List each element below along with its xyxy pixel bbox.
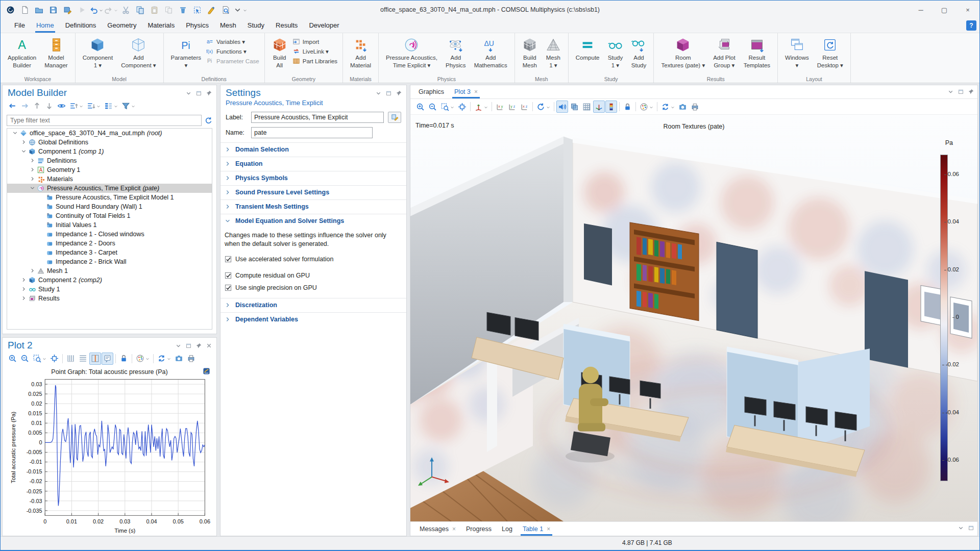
open-file-button[interactable] bbox=[32, 3, 45, 16]
ribbon-parameter-case-button[interactable]: PiParameter Case bbox=[206, 57, 259, 65]
tab-plot-3[interactable]: Plot 3× bbox=[449, 85, 483, 98]
ribbon-pressure-acoustics-button[interactable]: Pressure Acoustics,Time Explicit ▾ bbox=[382, 36, 442, 71]
grid-button[interactable] bbox=[581, 101, 593, 113]
label-field-input[interactable] bbox=[251, 112, 384, 123]
name-field-input[interactable] bbox=[251, 127, 373, 138]
menu-geometry[interactable]: Geometry bbox=[102, 19, 142, 33]
delete-button[interactable] bbox=[176, 3, 189, 16]
orientation-button[interactable] bbox=[593, 101, 605, 113]
grid-y-button[interactable] bbox=[77, 353, 89, 365]
show-button[interactable] bbox=[56, 100, 67, 112]
float-button[interactable] bbox=[958, 88, 964, 95]
section-domain[interactable]: Domain Selection bbox=[220, 142, 406, 157]
ribbon-component-cube-button[interactable]: Component1 ▾ bbox=[79, 36, 117, 71]
ribbon-application-builder-button[interactable]: AApplicationBuilder bbox=[4, 36, 40, 71]
tree-item[interactable]: Study 1 bbox=[7, 285, 212, 294]
section-model_eq[interactable]: Model Equation and Solver Settings bbox=[220, 214, 406, 228]
tree-item[interactable]: AGeometry 1 bbox=[7, 165, 212, 174]
menu-developer[interactable]: Developer bbox=[303, 19, 345, 33]
zoom-box-button[interactable] bbox=[439, 101, 456, 113]
chevron-button[interactable] bbox=[375, 90, 382, 96]
lock-button[interactable] bbox=[622, 101, 633, 113]
tree-expander[interactable] bbox=[20, 139, 28, 145]
tree-expander[interactable] bbox=[29, 167, 36, 172]
node-view-button[interactable] bbox=[103, 100, 119, 112]
close-button[interactable]: × bbox=[956, 1, 979, 19]
move-up-button[interactable] bbox=[31, 100, 43, 112]
zoom-out-button[interactable] bbox=[19, 353, 31, 365]
theme-button[interactable] bbox=[134, 353, 151, 365]
ribbon-add-study-button[interactable]: AddStudy bbox=[627, 36, 650, 71]
tree-item[interactable]: Impedance 2 - Doors bbox=[7, 239, 212, 248]
ribbon-add-material-button[interactable]: AddMaterial bbox=[346, 36, 375, 71]
ribbon-result-templates-button[interactable]: ResultTemplates bbox=[740, 36, 774, 71]
camera-button[interactable] bbox=[173, 353, 185, 365]
pin-button[interactable] bbox=[968, 88, 974, 95]
tree-item[interactable]: Impedance 1 - Closed windows bbox=[7, 230, 212, 239]
tree-expander[interactable] bbox=[20, 148, 28, 154]
rename-icon[interactable] bbox=[388, 112, 401, 123]
print-button[interactable] bbox=[185, 353, 197, 365]
ribbon-build-mesh-button[interactable]: BuildMesh bbox=[518, 36, 542, 71]
app-logo-button[interactable] bbox=[4, 3, 17, 16]
default-view-button[interactable] bbox=[473, 101, 489, 113]
maximize-button[interactable]: ▢ bbox=[933, 1, 956, 19]
menu-home[interactable]: Home bbox=[31, 19, 60, 33]
transparency-button[interactable] bbox=[569, 101, 580, 113]
menu-physics[interactable]: Physics bbox=[180, 19, 214, 33]
ribbon-part-libraries-button[interactable]: Part Libraries bbox=[292, 57, 337, 65]
draw-marker-button[interactable] bbox=[205, 3, 218, 16]
menu-results[interactable]: Results bbox=[270, 19, 303, 33]
menu-definitions[interactable]: Definitions bbox=[60, 19, 102, 33]
ribbon-add-mathematics-button[interactable]: ΔUAddMathematics bbox=[470, 36, 511, 71]
float-button[interactable] bbox=[185, 342, 192, 349]
tree-item[interactable]: office_space_63_30T0_N4_ma_out.mph(root) bbox=[7, 129, 212, 138]
tree-item[interactable]: Mesh 1 bbox=[7, 266, 212, 276]
tree-item[interactable]: Results bbox=[7, 294, 212, 303]
view-xy-button[interactable]: xy bbox=[494, 101, 506, 113]
menu-file[interactable]: File bbox=[9, 19, 31, 33]
copy-button[interactable] bbox=[133, 3, 146, 16]
tree-item[interactable]: DPressure Acoustics, Time Explicit Model… bbox=[7, 193, 212, 202]
filter-button[interactable] bbox=[120, 100, 137, 112]
float-button[interactable] bbox=[968, 524, 974, 531]
print-button[interactable] bbox=[689, 101, 701, 113]
ribbon-variables-button[interactable]: a=Variables ▾ bbox=[206, 38, 259, 45]
new-file-button[interactable] bbox=[18, 3, 31, 16]
lock-button[interactable] bbox=[118, 353, 130, 365]
tree-item[interactable]: Pressure Acoustics, Time Explicit(pate) bbox=[7, 184, 212, 193]
tab-close-icon[interactable]: × bbox=[547, 525, 550, 533]
ribbon-add-component-button[interactable]: AddComponent ▾ bbox=[117, 36, 160, 71]
ribbon-room-textures-button[interactable]: RoomTextures (pate) ▾ bbox=[657, 36, 709, 71]
plot2-chart[interactable]: 00.010.020.030.040.050.060.030.0250.020.… bbox=[3, 375, 216, 536]
minimize-button[interactable]: ─ bbox=[909, 1, 933, 19]
menu-study[interactable]: Study bbox=[242, 19, 270, 33]
tab-table-1[interactable]: Table 1× bbox=[518, 522, 555, 536]
menu-materials[interactable]: Materials bbox=[142, 19, 180, 33]
grid-x-button[interactable] bbox=[65, 353, 77, 365]
cycle-button[interactable] bbox=[659, 101, 676, 113]
menu-mesh[interactable]: Mesh bbox=[214, 19, 242, 33]
tree-item[interactable]: Component 1(comp 1) bbox=[7, 147, 212, 156]
sound-button[interactable] bbox=[556, 101, 568, 113]
zoom-extents-button[interactable] bbox=[48, 353, 60, 365]
tree-expander[interactable] bbox=[20, 295, 28, 301]
section-discretization[interactable]: Discretization bbox=[220, 298, 406, 312]
tab-log[interactable]: Log bbox=[497, 522, 518, 536]
tab-close-icon[interactable]: × bbox=[452, 525, 456, 533]
undo-button[interactable] bbox=[89, 3, 103, 16]
zoom-extents-button[interactable] bbox=[456, 101, 468, 113]
zoom-box-button[interactable] bbox=[31, 353, 48, 365]
redo-button[interactable] bbox=[104, 3, 118, 16]
ribbon-build-all-button[interactable]: BuildAll bbox=[268, 36, 291, 71]
nav-forward-button[interactable] bbox=[19, 100, 31, 112]
ribbon-compute-button[interactable]: Compute bbox=[572, 36, 604, 63]
zoom-in-button[interactable] bbox=[7, 353, 18, 365]
tree-expander[interactable] bbox=[29, 268, 36, 273]
tree-item[interactable]: Global Definitions bbox=[7, 138, 212, 147]
ribbon-parameters-pi-button[interactable]: PiParameters▾ bbox=[167, 36, 205, 71]
close-button[interactable] bbox=[206, 342, 212, 349]
float-button[interactable] bbox=[195, 90, 202, 96]
tree-item[interactable]: DSound Hard Boundary (Wall) 1 bbox=[7, 202, 212, 211]
tree-expander[interactable] bbox=[29, 158, 36, 163]
